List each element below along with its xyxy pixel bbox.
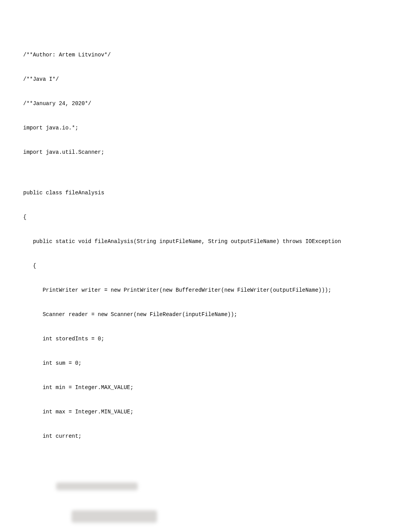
code-line: int min = Integer.MAX_VALUE;: [23, 384, 387, 392]
code-line: import java.io.*;: [23, 124, 387, 132]
code-line: PrintWriter writer = new PrintWriter(new…: [23, 286, 387, 294]
code-line: /**Author: Artem Litvinov*/: [23, 51, 387, 59]
code-line: {: [23, 262, 387, 270]
code-line: {: [23, 213, 387, 221]
code-line: public static void fileAnalysis(String i…: [23, 238, 387, 246]
code-line: int current;: [23, 432, 387, 440]
code-line: import java.util.Scanner;: [23, 148, 387, 156]
code-line: int storedInts = 0;: [23, 335, 387, 343]
code-line: int sum = 0;: [23, 359, 387, 367]
document-page: /**Author: Artem Litvinov*/ /**Java I*/ …: [0, 0, 410, 532]
blurred-line: [72, 510, 157, 522]
blurred-line: [56, 483, 137, 490]
code-line: /**Java I*/: [23, 75, 387, 83]
code-line: int max = Integer.MIN_VALUE;: [23, 408, 387, 416]
code-line: public class fileAnalysis: [23, 189, 387, 197]
blurred-content: [39, 466, 387, 532]
code-line: Scanner reader = new Scanner(new FileRea…: [23, 311, 387, 319]
code-line: /**January 24, 2020*/: [23, 100, 387, 108]
